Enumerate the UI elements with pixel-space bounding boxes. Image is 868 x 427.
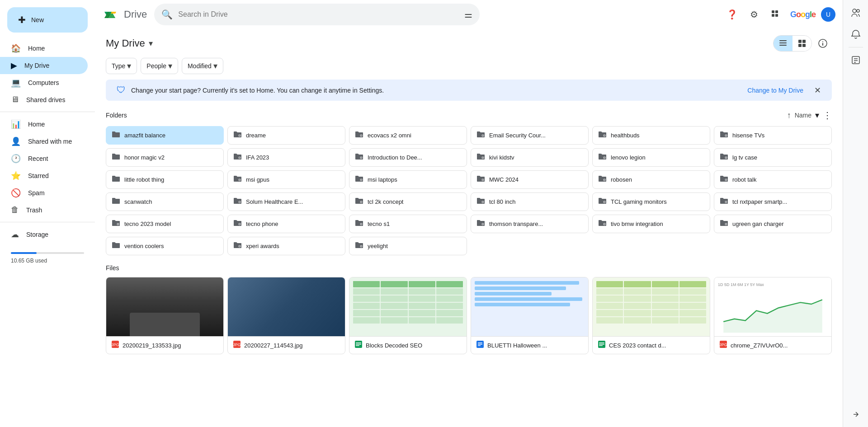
folder-item[interactable]: tivo bmw integration ⋮ (592, 215, 710, 233)
people-filter-chevron: ▾ (168, 61, 172, 71)
spam-icon: 🚫 (11, 188, 21, 198)
folder-item[interactable]: robosen ⋮ (592, 170, 710, 189)
sidebar-item-starred[interactable]: ⭐ Starred (0, 167, 88, 184)
folder-item[interactable]: TCL gaming monitors ⋮ (592, 192, 710, 211)
sidebar-item-label: Shared drives (26, 96, 65, 103)
folder-item[interactable]: tcl nxtpaper smartp... ⋮ (714, 192, 832, 211)
sidebar-item-storage[interactable]: ☁ Storage (0, 226, 88, 243)
folder-item[interactable]: tecno s1 ⋮ (349, 215, 467, 233)
file-item[interactable]: CES 2023 contact d... ⋮ (592, 277, 710, 354)
folder-item[interactable]: Solum Healthcare E... ⋮ (227, 192, 345, 211)
support-button[interactable]: ❓ (723, 5, 741, 23)
folder-item[interactable]: hisense TVs ⋮ (714, 126, 832, 145)
sidebar-item-home[interactable]: 🏠 Home (0, 40, 88, 57)
folder-icon (476, 130, 486, 141)
settings-button[interactable]: ⚙ (745, 5, 763, 23)
info-button[interactable] (814, 34, 832, 52)
right-panel-icon-0[interactable] (847, 4, 865, 22)
folder-name: amazfit balance (124, 132, 206, 139)
files-grid: JPG 20200219_133533.jpg ⋮ JPG 20200227_1… (95, 277, 843, 361)
drive-title-chevron[interactable]: ▾ (149, 38, 153, 48)
file-item[interactable]: JPG 20200227_114543.jpg ⋮ (227, 277, 345, 354)
sidebar-item-shared-drives[interactable]: 🖥 Shared drives (0, 91, 88, 108)
sidebar-item-my-drive[interactable]: ▶ My Drive (0, 57, 88, 74)
folder-item[interactable]: amazfit balance ⋮ (106, 126, 224, 145)
apps-button[interactable] (767, 5, 785, 23)
right-panel-icon-2[interactable] (847, 51, 865, 69)
type-filter-chip[interactable]: Type ▾ (106, 58, 137, 74)
folder-name: kivi kidstv (489, 154, 571, 161)
svg-rect-58 (599, 345, 603, 346)
folder-item[interactable]: kivi kidstv ⋮ (471, 148, 589, 167)
banner-close-button[interactable]: ✕ (814, 85, 821, 95)
banner-change-link[interactable]: Change to My Drive (747, 87, 803, 94)
svg-rect-5 (779, 40, 787, 41)
folder-item[interactable]: msi gpus ⋮ (227, 170, 345, 189)
folder-item[interactable]: lg tv case ⋮ (714, 148, 832, 167)
sidebar-item-recent[interactable]: 🕐 Recent (0, 150, 88, 167)
folder-item[interactable]: robot talk ⋮ (714, 170, 832, 189)
folder-item[interactable]: tcl 2k concept ⋮ (349, 192, 467, 211)
storage-used-label: 10.65 GB used (11, 258, 47, 264)
list-view-button[interactable] (774, 36, 793, 51)
folder-item[interactable]: ecovacs x2 omni ⋮ (349, 126, 467, 145)
folder-name: tecno s1 (368, 221, 449, 227)
svg-rect-52 (478, 343, 482, 343)
folder-item[interactable]: Introduction to Dee... ⋮ (349, 148, 467, 167)
folder-item[interactable]: thomson transpare... ⋮ (471, 215, 589, 233)
folder-item[interactable]: tecno 2023 model ⋮ (106, 215, 224, 233)
sidebar-item-trash[interactable]: 🗑 Trash (0, 202, 88, 218)
search-input[interactable] (178, 10, 459, 19)
folder-item[interactable]: healthbuds ⋮ (592, 126, 710, 145)
right-panel-expand-icon[interactable] (847, 405, 865, 423)
svg-rect-49 (356, 344, 361, 345)
sort-up-icon[interactable]: ↑ (787, 111, 791, 120)
user-avatar[interactable]: U (821, 7, 835, 22)
folder-item[interactable]: Email Security Cour... ⋮ (471, 126, 589, 145)
folder-item[interactable]: tcl 80 inch ⋮ (471, 192, 589, 211)
folder-name: dreame (246, 132, 328, 139)
topbar: Drive 🔍 ⚌ ❓ ⚙ Google U (95, 0, 843, 29)
folder-item[interactable]: xperi awards ⋮ (227, 237, 345, 255)
folder-item[interactable]: yeelight ⋮ (349, 237, 467, 255)
folders-more-icon[interactable]: ▾ (815, 110, 819, 120)
sort-name-label[interactable]: Name (795, 112, 811, 119)
folders-grid: amazfit balance ⋮ dreame ⋮ ecovacs x2 om… (95, 126, 843, 263)
sidebar-item-shared-with-me[interactable]: 👤 Shared with me (0, 133, 88, 150)
folder-icon (355, 197, 364, 207)
drive-header: My Drive ▾ (95, 29, 843, 56)
sidebar-item-spam[interactable]: 🚫 Spam (0, 184, 88, 202)
file-item[interactable]: BLUETTI Halloween ... ⋮ (471, 277, 589, 354)
folder-item[interactable]: IFA 2023 ⋮ (227, 148, 345, 167)
advanced-search-icon[interactable]: ⚌ (464, 9, 472, 20)
folder-item[interactable]: lenovo legion ⋮ (592, 148, 710, 167)
folder-item[interactable]: msi laptops ⋮ (349, 170, 467, 189)
folder-item[interactable]: honor magic v2 ⋮ (106, 148, 224, 167)
folders-options-icon[interactable]: ⋮ (823, 110, 832, 121)
folder-item[interactable]: scanwatch ⋮ (106, 192, 224, 211)
right-panel-icon-1[interactable] (847, 25, 865, 43)
file-thumbnail (349, 277, 467, 336)
folder-name: tecno phone (246, 221, 328, 227)
sidebar-item-computers[interactable]: 💻 Computers (0, 74, 88, 91)
new-button[interactable]: ✚ New (7, 7, 88, 33)
file-type-icon: JPG (233, 341, 241, 350)
folder-item[interactable]: tecno phone ⋮ (227, 215, 345, 233)
file-item[interactable]: JPG 20200219_133533.jpg ⋮ (106, 277, 224, 354)
file-item[interactable]: 1D 5D 1M 6M 1Y 5Y Max JPG chrome_Z7IVUvr… (714, 277, 832, 354)
people-filter-chip[interactable]: People ▾ (141, 58, 178, 74)
grid-view-button[interactable] (793, 36, 811, 51)
filter-bar: Type ▾ People ▾ Modified ▾ (95, 56, 843, 80)
folder-icon (355, 152, 364, 163)
folder-item[interactable]: little robot thing ⋮ (106, 170, 224, 189)
modified-filter-chip[interactable]: Modified ▾ (182, 58, 223, 74)
google-logo[interactable]: Google (790, 10, 816, 19)
folder-item[interactable]: MWC 2024 ⋮ (471, 170, 589, 189)
folder-item[interactable]: ugreen gan charger ⋮ (714, 215, 832, 233)
notifications-panel-icon (851, 29, 861, 39)
search-bar[interactable]: 🔍 ⚌ (154, 4, 480, 25)
sidebar-item-activity[interactable]: 📊 Home (0, 116, 88, 133)
folder-item[interactable]: dreame ⋮ (227, 126, 345, 145)
folder-item[interactable]: vention coolers ⋮ (106, 237, 224, 255)
file-item[interactable]: Blocks Decoded SEO ⋮ (349, 277, 467, 354)
